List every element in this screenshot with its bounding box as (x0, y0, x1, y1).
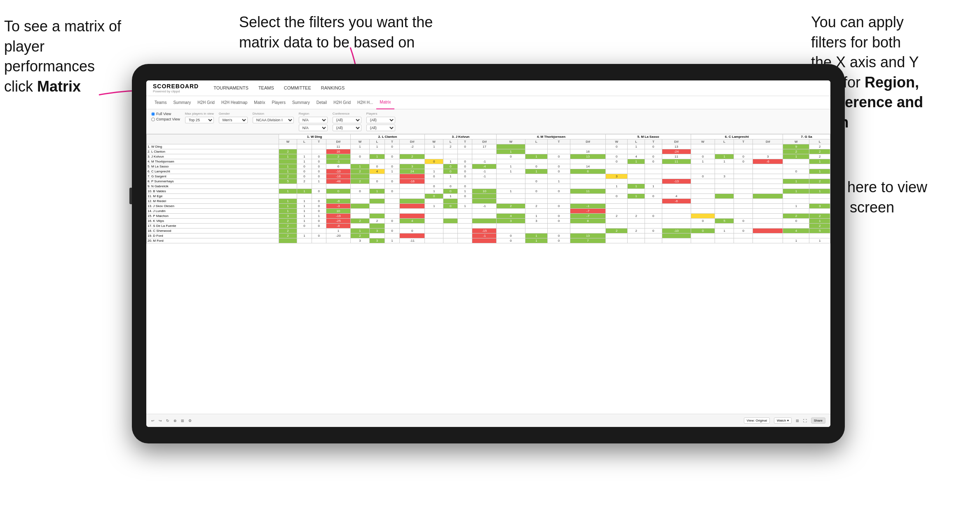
conference-select-2[interactable]: (All) (333, 125, 361, 131)
nav-teams[interactable]: TEAMS (253, 80, 279, 96)
matrix-cell: -3 (326, 204, 350, 209)
subnav-players[interactable]: Players (269, 96, 289, 109)
matrix-cell (783, 224, 809, 229)
matrix-cell: 4 (628, 154, 645, 159)
toolbar-icon1[interactable]: ⊞ (796, 419, 799, 423)
matrix-cell (753, 214, 783, 219)
matrix-cell (350, 214, 369, 219)
matrix-cell (570, 229, 606, 233)
matrix-cell (783, 159, 809, 164)
matrix-cell (472, 219, 497, 224)
matrix-cell (734, 194, 753, 199)
matrix-cell: 0 (458, 144, 472, 149)
region-select-1[interactable]: N/A (299, 117, 328, 123)
subnav-teams[interactable]: Teams (151, 96, 170, 109)
matrix-cell (279, 184, 297, 189)
matrix-cell: -1 (570, 204, 606, 209)
matrix-cell: 0 (370, 179, 384, 184)
subnav-h2h-heatmap[interactable]: H2H Heatmap (218, 96, 251, 109)
matrix-cell (753, 204, 783, 209)
player-name-cell: 7. G Sargent (147, 174, 279, 179)
watch-button[interactable]: Watch ▾ (774, 417, 792, 424)
matrix-cell: 2 (350, 179, 369, 184)
subnav-h2h-grid[interactable]: H2H Grid (194, 96, 218, 109)
matrix-cell: 0 (606, 194, 628, 199)
matrix-cell (691, 214, 715, 219)
table-row: 19. D Ford210-202-101013 (147, 233, 830, 238)
matrix-cell (400, 214, 425, 219)
nav-committee[interactable]: COMMITTEE (279, 80, 316, 96)
matrix-cell (645, 238, 662, 243)
matrix-cell: 2 (628, 229, 645, 233)
max-players-select[interactable]: Top 25 (185, 117, 214, 123)
matrix-cell: 0 (691, 154, 715, 159)
matrix-cell (662, 189, 691, 194)
matrix-cell (472, 209, 497, 214)
share-button[interactable]: Share (811, 417, 825, 424)
matrix-cell (443, 214, 458, 219)
players-select-2[interactable]: (All) (366, 125, 395, 131)
matrix-cell: 1 (497, 169, 525, 174)
subnav-summary[interactable]: Summary (170, 96, 194, 109)
matrix-cell: 4 (400, 219, 425, 224)
subnav-matrix[interactable]: Matrix (251, 96, 268, 109)
matrix-container[interactable]: 1. W Ding 2. L Clanton 3. J Kolvun 4. M … (146, 134, 830, 414)
region-select-2[interactable]: N/A (299, 125, 328, 131)
matrix-cell: 2 (350, 233, 369, 238)
toolbar-icon2[interactable]: ⛶ (803, 419, 807, 423)
matrix-cell: 1 (628, 184, 645, 189)
matrix-cell: -48 (326, 179, 350, 184)
matrix-cell (628, 204, 645, 209)
subnav-summary2[interactable]: Summary (289, 96, 313, 109)
player-name-cell: 12. M Riedel (147, 199, 279, 204)
matrix-cell: 1 (497, 149, 525, 154)
matrix-cell (645, 169, 662, 174)
matrix-cell (734, 238, 753, 243)
matrix-cell: 0 (297, 174, 312, 179)
matrix-cell: 1 (809, 169, 830, 174)
nav-tournaments[interactable]: TOURNAMENTS (209, 80, 253, 96)
toolbar-zoom[interactable]: ⊕ (173, 419, 177, 423)
matrix-cell: 4 (370, 169, 384, 174)
matrix-cell (691, 169, 715, 174)
gender-label: Gender (219, 112, 248, 116)
gender-select[interactable]: Men's (219, 117, 248, 123)
subnav-h2hh[interactable]: H2H H... (354, 96, 376, 109)
matrix-cell: 1 (297, 154, 312, 159)
matrix-cell (326, 194, 350, 199)
toolbar-undo[interactable]: ↩ (151, 419, 155, 423)
matrix-cell (425, 229, 443, 233)
full-view-radio[interactable]: Full View (151, 112, 180, 116)
toolbar-settings[interactable]: ⚙ (188, 419, 192, 423)
toolbar-refresh[interactable]: ↻ (166, 419, 169, 423)
matrix-cell (548, 199, 570, 204)
matrix-cell (548, 149, 570, 154)
toolbar-redo[interactable]: ↪ (159, 419, 162, 423)
subnav-matrix2[interactable]: Matrix (376, 96, 394, 109)
matrix-cell: -4 (472, 164, 497, 169)
subnav-h2h-grid2[interactable]: H2H Grid (330, 96, 354, 109)
matrix-cell (425, 224, 443, 229)
division-select[interactable]: NCAA Division I (253, 117, 294, 123)
matrix-cell (715, 209, 734, 214)
subnav-detail[interactable]: Detail (313, 96, 331, 109)
matrix-cell: -16 (400, 179, 425, 184)
matrix-cell: 0 (312, 219, 326, 224)
matrix-cell (312, 238, 326, 243)
nav-rankings[interactable]: RANKINGS (316, 80, 349, 96)
matrix-cell: 4 (497, 214, 525, 219)
conference-filter: Conference (All) (All) (333, 112, 361, 131)
compact-view-radio[interactable]: Compact View (151, 117, 180, 121)
view-original-button[interactable]: View: Original (744, 417, 770, 424)
matrix-cell (279, 159, 297, 164)
matrix-cell: 2 (783, 149, 809, 154)
matrix-cell (497, 229, 525, 233)
matrix-cell: 0 (645, 144, 662, 149)
players-select-1[interactable]: (All) (366, 117, 395, 123)
conference-select-1[interactable]: (All) (333, 117, 361, 123)
player-name-cell: 17. S De La Fuente (147, 224, 279, 229)
matrix-cell: 2 (525, 204, 548, 209)
matrix-cell (297, 194, 312, 199)
matrix-cell (497, 174, 525, 179)
toolbar-grid[interactable]: ⊞ (181, 419, 184, 423)
